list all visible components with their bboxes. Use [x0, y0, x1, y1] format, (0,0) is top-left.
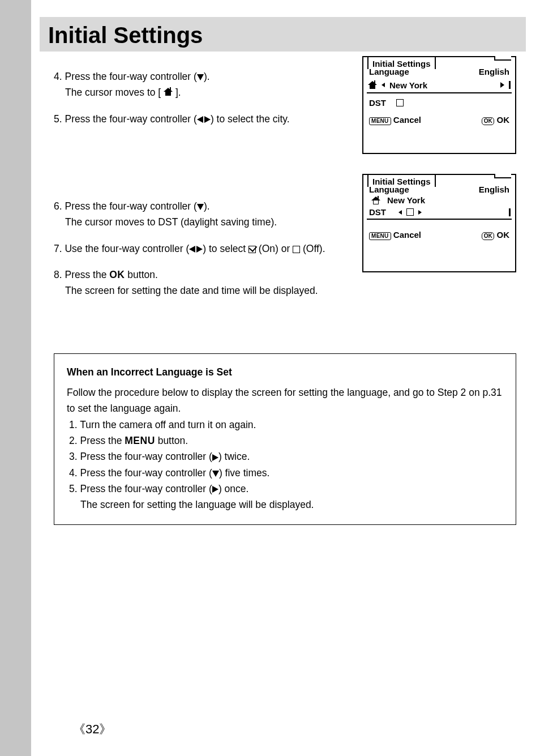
checkbox-off-icon: [406, 208, 414, 216]
note-step-5: 5. Press the four-way controller () once…: [69, 481, 503, 497]
language-value: English: [479, 185, 509, 194]
dst-row-selected[interactable]: DST: [367, 207, 512, 220]
text: ) once.: [218, 483, 249, 494]
text: ].: [173, 87, 181, 98]
text: 5. Press the four-way controller (: [54, 113, 197, 125]
home-icon: [371, 197, 380, 204]
text: ).: [204, 200, 210, 212]
text: button.: [155, 435, 188, 446]
page: Initial Settings 4. Press the four-way c…: [31, 0, 540, 756]
screen-tab: Initial Settings: [367, 56, 436, 69]
text: 2. Press the: [69, 435, 125, 446]
right-icon: [500, 82, 504, 88]
language-value: English: [479, 67, 509, 76]
city-row-selected[interactable]: New York: [367, 79, 512, 93]
text: 3. Press the four-way controller (: [69, 451, 212, 462]
text: ) to select: [203, 243, 248, 254]
down-icon: [212, 471, 219, 477]
note-box: When an Incorrect Language is Set Follow…: [54, 353, 516, 525]
text: button.: [125, 269, 158, 280]
home-icon: [164, 88, 173, 96]
note-step-4: 4. Press the four-way controller () five…: [69, 465, 503, 481]
text: 8. Press the: [54, 269, 109, 280]
cancel-hint: MENU Cancel: [369, 115, 421, 125]
down-icon: [197, 74, 204, 80]
text: 7. Use the four-way controller (: [54, 243, 189, 254]
ok-button-label: OK: [109, 269, 125, 280]
cancel-text: Cancel: [393, 115, 421, 125]
ok-hint: OK OK: [482, 115, 509, 125]
down-icon: [197, 204, 204, 210]
page-title: Initial Settings: [48, 23, 517, 48]
text: ) five times.: [219, 467, 269, 479]
left-icon: [382, 83, 385, 87]
text: 6. Press the four-way controller (: [54, 200, 197, 212]
instruction-steps: 4. Press the four-way controller (). The…: [54, 69, 331, 299]
text: ) twice.: [218, 451, 250, 462]
right-icon: [196, 246, 203, 253]
step-6-detail: The cursor moves to DST (daylight saving…: [54, 214, 331, 230]
step-8: 8. Press the OK button. The screen for s…: [54, 267, 331, 299]
menu-button-label: MENU: [125, 435, 155, 446]
checkbox-off-icon: [293, 246, 300, 253]
checkbox-off-icon: [396, 99, 404, 106]
screen-footer: MENU Cancel OK OK: [363, 228, 515, 244]
note-step-5-detail: The screen for setting the language will…: [69, 497, 503, 512]
ok-text: OK: [497, 230, 510, 240]
right-icon: [204, 116, 211, 123]
step-7: 7. Use the four-way controller () to sel…: [54, 241, 331, 257]
page-number-value: 32: [85, 722, 99, 736]
note-intro: Follow the procedure below to display th…: [67, 385, 503, 417]
dst-row: DST: [363, 93, 515, 109]
dst-label: DST: [369, 98, 386, 108]
page-number: 《32》: [73, 721, 112, 738]
note-steps: 1. Turn the camera off and turn it on ag…: [67, 417, 503, 513]
right-icon: [418, 210, 422, 215]
city-value: New York: [387, 195, 425, 205]
home-icon: [368, 81, 377, 89]
ok-box-icon: OK: [482, 232, 494, 240]
text: 5. Press the four-way controller (: [69, 483, 212, 494]
tab-notch: [494, 174, 511, 178]
text: ).: [204, 71, 210, 82]
note-step-2: 2. Press the MENU button.: [69, 433, 503, 449]
text: (Off).: [300, 243, 325, 254]
tab-notch: [494, 56, 511, 61]
step-8-detail: The screen for setting the date and time…: [54, 283, 331, 299]
lcd-screen-2: Initial Settings Language English New Yo…: [362, 174, 516, 272]
left-icon: [189, 246, 195, 253]
dst-label: DST: [369, 207, 386, 217]
step-4: 4. Press the four-way controller (). The…: [54, 69, 331, 101]
ok-text: OK: [497, 115, 510, 125]
text: The cursor moves to [: [65, 87, 164, 98]
right-icon: [212, 454, 218, 461]
screen-footer: MENU Cancel OK OK: [363, 113, 515, 129]
text: ) to select the city.: [211, 113, 290, 125]
right-icon: [212, 486, 218, 493]
note-title: When an Incorrect Language is Set: [67, 364, 503, 380]
menu-box-icon: MENU: [369, 117, 391, 125]
left-icon: [398, 210, 402, 215]
text: 4. Press the four-way controller (: [69, 467, 212, 479]
title-bar: Initial Settings: [40, 17, 526, 52]
note-step-1: 1. Turn the camera off and turn it on ag…: [69, 417, 503, 433]
ok-hint: OK OK: [482, 230, 509, 240]
checkbox-on-icon: [248, 246, 256, 253]
scroll-cap: [509, 208, 511, 216]
cancel-text: Cancel: [393, 230, 421, 240]
cancel-hint: MENU Cancel: [369, 230, 421, 240]
ok-box-icon: OK: [482, 117, 494, 125]
content: 4. Press the four-way controller (). The…: [31, 52, 540, 299]
screen-tab: Initial Settings: [367, 174, 436, 187]
text: 4. Press the four-way controller (: [54, 71, 197, 82]
city-value: New York: [389, 80, 496, 90]
text: (On) or: [256, 243, 293, 254]
note-step-3: 3. Press the four-way controller () twic…: [69, 449, 503, 464]
lcd-screen-1: Initial Settings Language English New Yo…: [362, 56, 516, 154]
step-5: 5. Press the four-way controller () to s…: [54, 111, 331, 127]
left-icon: [197, 116, 203, 123]
step-4-detail: The cursor moves to [ ].: [54, 84, 331, 101]
scroll-cap: [509, 81, 511, 89]
menu-box-icon: MENU: [369, 232, 391, 240]
step-6: 6. Press the four-way controller (). The…: [54, 198, 331, 230]
